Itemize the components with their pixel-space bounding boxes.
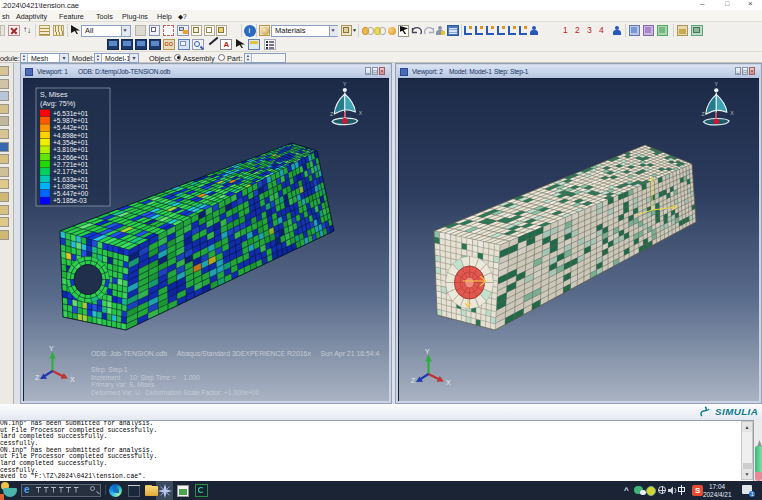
svg-text:(Avg: 75%): (Avg: 75%) — [40, 99, 75, 108]
svg-text:X: X — [70, 376, 75, 383]
svg-text:+2.177e+01: +2.177e+01 — [53, 168, 89, 175]
svg-text:+6.531e+01: +6.531e+01 — [53, 110, 89, 117]
svg-text:Z: Z — [330, 111, 333, 117]
svg-text:+1.633e+01: +1.633e+01 — [53, 176, 89, 183]
svg-text:Deformed Var: U Deformation: Deformed Var: U Deformation Scale Factor… — [91, 389, 259, 396]
svg-text:+3.810e+01: +3.810e+01 — [53, 146, 89, 153]
svg-text:X: X — [359, 110, 363, 116]
svg-text:+4.898e+01: +4.898e+01 — [53, 132, 89, 139]
svg-text:Y: Y — [49, 345, 54, 352]
svg-text:ODB: Job-TENSION.odb Abaqu: ODB: Job-TENSION.odb Abaqus/Standard 3DE… — [91, 350, 380, 358]
svg-text:+5.185e-03: +5.185e-03 — [53, 197, 87, 204]
svg-text:+2.721e+01: +2.721e+01 — [53, 161, 89, 168]
svg-text:+3.266e+01: +3.266e+01 — [53, 154, 89, 161]
svg-text:+4.354e+01: +4.354e+01 — [53, 139, 89, 146]
svg-text:Y: Y — [343, 81, 347, 87]
svg-text:+5.442e+01: +5.442e+01 — [53, 124, 89, 131]
svg-text:+1.089e+01: +1.089e+01 — [53, 183, 89, 190]
svg-text:+5.987e+01: +5.987e+01 — [53, 117, 89, 124]
svg-text:Z: Z — [35, 374, 40, 381]
svg-text:+5.447e+00: +5.447e+00 — [53, 190, 89, 197]
